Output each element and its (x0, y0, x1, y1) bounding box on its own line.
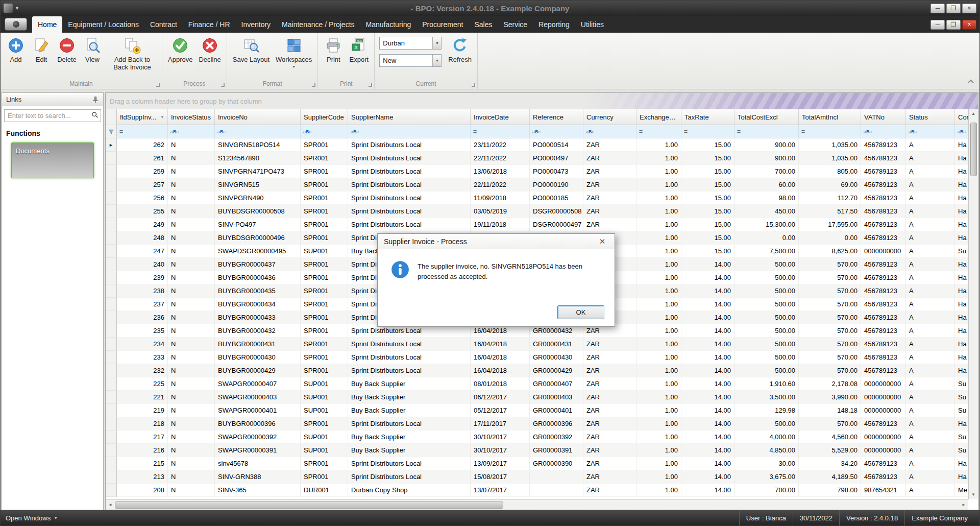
cell-taxrate[interactable]: 14.00 (681, 284, 734, 298)
cell-suppliercode[interactable]: SPR001 (301, 298, 348, 311)
cell-currency[interactable]: ZAR (583, 470, 636, 484)
cell-totalamtincl[interactable]: 570.00 (799, 258, 861, 271)
quick-access-dropdown-icon[interactable]: ▼ (15, 6, 19, 11)
cell-suppliercode[interactable]: DUR001 (301, 484, 348, 497)
vertical-scroll-thumb[interactable] (970, 123, 977, 176)
cell-totalamtincl[interactable]: 1,035.00 (799, 138, 861, 152)
cell-totalcostexcl[interactable]: 500.00 (734, 258, 799, 271)
cell-suppliercode[interactable]: SUP001 (301, 404, 348, 417)
cell-suppliername[interactable]: Sprint Distributors Local (348, 470, 471, 484)
filter-cell-totalcostexcl[interactable]: = (734, 125, 799, 138)
edit-button[interactable]: Edit (29, 35, 54, 65)
cell-totalcostexcl[interactable]: 15,300.00 (734, 218, 799, 231)
cell-fldsuppinvoiceid[interactable]: 248 (117, 231, 168, 245)
table-row[interactable]: 218NBUYBGR00000396SPR001Sprint Distribut… (106, 417, 978, 431)
cell-fldsuppinvoiceid[interactable]: 218 (117, 417, 168, 431)
cell-suppliercode[interactable]: SPR001 (301, 364, 348, 377)
cell-totalamtincl[interactable]: 34.20 (799, 457, 861, 470)
cell-fldsuppinvoiceid[interactable]: 232 (117, 364, 168, 377)
column-header-invoiceno[interactable]: InvoiceNo (215, 109, 301, 125)
cell-invoicedate[interactable]: 15/08/2017 (471, 470, 530, 484)
column-header-fldsuppinvoiceid[interactable]: fldSuppInv...▼ (117, 109, 168, 125)
cell-exchangerate[interactable]: 1.00 (636, 138, 681, 152)
cell-invoicedate[interactable]: 30/10/2017 (471, 444, 530, 457)
cell-totalamtincl[interactable]: 805.00 (799, 165, 861, 178)
cell-vatno[interactable]: 456789123 (861, 298, 906, 311)
cell-totalamtincl[interactable]: 570.00 (799, 351, 861, 364)
cell-vatno[interactable]: 0000000000 (861, 404, 906, 417)
cell-invoicestatus[interactable]: N (168, 218, 215, 231)
table-row[interactable]: 234NBUYBGR00000431SPR001Sprint Distribut… (106, 338, 978, 351)
cell-totalcostexcl[interactable]: 500.00 (734, 351, 799, 364)
cell-vatno[interactable]: 0000000000 (861, 391, 906, 404)
cell-suppliername[interactable]: Sprint Distributors Local (348, 178, 471, 192)
cell-currency[interactable]: ZAR (583, 152, 636, 165)
workspaces-button[interactable]: Workspaces▼ (273, 35, 314, 69)
mdi-minimize-icon[interactable]: ─ (930, 20, 945, 30)
cell-totalcostexcl[interactable]: 7,500.00 (734, 245, 799, 258)
cell-fldsuppinvoiceid[interactable]: 213 (117, 470, 168, 484)
cell-taxrate[interactable]: 15.00 (681, 152, 734, 165)
cell-suppliername[interactable]: Buy Back Supplier (348, 444, 471, 457)
cell-status[interactable]: A (906, 391, 955, 404)
cell-totalamtincl[interactable]: 1,035.00 (799, 152, 861, 165)
cell-suppliercode[interactable]: SPR001 (301, 152, 348, 165)
add-back-to-back-invoice-button[interactable]: Add Back to Back Invoice (106, 35, 159, 73)
cell-exchangerate[interactable]: 1.00 (636, 271, 681, 284)
cell-taxrate[interactable]: 15.00 (681, 231, 734, 245)
cell-fldsuppinvoiceid[interactable]: 219 (117, 404, 168, 417)
cell-totalamtincl[interactable]: 517.50 (799, 205, 861, 218)
mdi-close-icon[interactable]: × (962, 20, 976, 30)
cell-taxrate[interactable]: 15.00 (681, 138, 734, 152)
cell-taxrate[interactable]: 14.00 (681, 470, 734, 484)
cell-suppliercode[interactable]: SPR001 (301, 178, 348, 192)
cell-invoiceno[interactable]: SINVGRN515 (215, 178, 301, 192)
cell-reference[interactable]: GR00000391 (530, 444, 583, 457)
cell-status[interactable]: A (906, 417, 955, 431)
table-row[interactable]: 261NS1234567890SPR001Sprint Distributors… (106, 152, 978, 165)
cell-vatno[interactable]: 456789123 (861, 258, 906, 271)
current-filter-select-2[interactable]: New▼ (379, 54, 442, 67)
cell-exchangerate[interactable]: 1.00 (636, 364, 681, 377)
cell-suppliercode[interactable]: SPR001 (301, 338, 348, 351)
cell-suppliername[interactable]: Sprint Distributors Local (348, 192, 471, 205)
filter-cell-invoiceno[interactable]: aBc (215, 125, 301, 138)
cell-reference[interactable]: GR00000403 (530, 391, 583, 404)
column-header-vatno[interactable]: VATNo (861, 109, 906, 125)
filter-cell-vatno[interactable]: aBc (861, 125, 906, 138)
cell-exchangerate[interactable]: 1.00 (636, 404, 681, 417)
cell-invoiceno[interactable]: BUYBGR00000434 (215, 298, 301, 311)
group-dialog-launcher-icon[interactable] (312, 83, 315, 87)
cell-vatno[interactable]: 456789123 (861, 231, 906, 245)
cell-suppliername[interactable]: Buy Back Supplier (348, 391, 471, 404)
cell-totalamtincl[interactable]: 148.18 (799, 404, 861, 417)
cell-invoicestatus[interactable]: N (168, 258, 215, 271)
filter-cell-invoicedate[interactable]: = (471, 125, 530, 138)
filter-cell-reference[interactable]: aBc (530, 125, 583, 138)
horizontal-scroll-thumb[interactable] (115, 501, 503, 509)
cell-invoicedate[interactable]: 17/11/2017 (471, 417, 530, 431)
tab-contract[interactable]: Contract (144, 16, 183, 33)
current-filter-select-1[interactable]: Durban▼ (379, 37, 442, 50)
table-row[interactable]: 213NSINV-GRN388SPR001Sprint Distributors… (106, 470, 978, 484)
cell-invoicestatus[interactable]: N (168, 165, 215, 178)
cell-invoicestatus[interactable]: N (168, 284, 215, 298)
cell-invoicedate[interactable]: 30/10/2017 (471, 431, 530, 444)
cell-taxrate[interactable]: 15.00 (681, 245, 734, 258)
cell-currency[interactable]: ZAR (583, 165, 636, 178)
cell-totalamtincl[interactable]: 570.00 (799, 271, 861, 284)
cell-currency[interactable]: ZAR (583, 205, 636, 218)
cell-invoicestatus[interactable]: N (168, 152, 215, 165)
cell-invoiceno[interactable]: BUYBGR00000436 (215, 271, 301, 284)
cell-currency[interactable]: ZAR (583, 377, 636, 391)
cell-taxrate[interactable]: 14.00 (681, 364, 734, 377)
cell-taxrate[interactable]: 14.00 (681, 351, 734, 364)
cell-fldsuppinvoiceid[interactable]: 257 (117, 178, 168, 192)
cell-vatno[interactable]: 456789123 (861, 338, 906, 351)
cell-totalcostexcl[interactable]: 500.00 (734, 284, 799, 298)
cell-vatno[interactable]: 456789123 (861, 284, 906, 298)
cell-suppliercode[interactable]: SPR001 (301, 165, 348, 178)
cell-suppliercode[interactable]: SUP001 (301, 391, 348, 404)
cell-taxrate[interactable]: 14.00 (681, 484, 734, 497)
cell-invoiceno[interactable]: SINVPGRN471PO473 (215, 165, 301, 178)
